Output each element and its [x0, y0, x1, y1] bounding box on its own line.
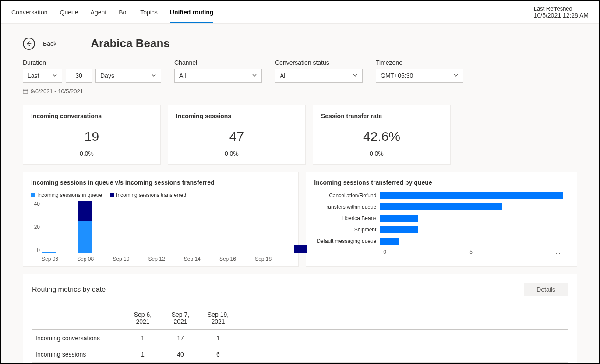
chevron-down-icon: [453, 72, 459, 79]
chart-transferred-by-queue: Incoming sessions transferred by queue C…: [306, 172, 577, 267]
back-label[interactable]: Back: [43, 40, 56, 47]
legend-sessions-in-queue: Incoming sessions in queue: [31, 192, 102, 198]
kpi-session-transfer-rate: Session transfer rate 42.6% 0.0%--: [313, 105, 451, 164]
bar-column: [294, 245, 307, 253]
back-button[interactable]: [23, 38, 35, 50]
timezone-select[interactable]: GMT+05:30: [376, 69, 463, 83]
duration-count-input[interactable]: 30: [66, 69, 92, 83]
kpi-incoming-sessions: Incoming sessions 47 0.0%--: [168, 105, 306, 164]
hbar-row: Liberica Beans: [314, 215, 569, 222]
duration-unit-value: Days: [100, 72, 114, 79]
duration-label: Duration: [23, 59, 161, 66]
tab-bot[interactable]: Bot: [119, 5, 128, 23]
tab-topics[interactable]: Topics: [140, 5, 158, 23]
timezone-value: GMT+05:30: [381, 72, 413, 79]
duration-count-value: 30: [75, 72, 82, 79]
hbar-row: Shipment: [314, 226, 569, 233]
conv-status-value: All: [280, 72, 287, 79]
chart-sessions-queue-vs-transferred: Incoming sessions in queue v/s incoming …: [23, 172, 299, 267]
routing-metrics-card: Routing metrics by date Details Sep 6, 2…: [23, 274, 577, 364]
conv-status-select[interactable]: All: [275, 69, 363, 83]
chevron-down-icon: [353, 72, 358, 79]
duration-scope-value: Last: [28, 72, 39, 79]
last-refreshed: Last Refreshed 10/5/2021 12:28 AM: [534, 5, 589, 22]
calendar-icon: [23, 88, 29, 94]
bar-column: [42, 252, 56, 253]
arrow-left-icon: [26, 41, 32, 47]
chevron-down-icon: [151, 72, 156, 79]
duration-range: 9/6/2021 - 10/5/2021: [23, 88, 161, 94]
hbar-row: Cancellation/Refund: [314, 192, 569, 199]
legend-sessions-transferred: Incoming sessions transferred: [110, 192, 186, 198]
routing-metrics-title: Routing metrics by date: [32, 286, 106, 294]
conv-status-label: Conversation status: [275, 59, 363, 66]
tab-conversation[interactable]: Conversation: [11, 5, 48, 23]
bar-column: [78, 201, 92, 253]
chevron-down-icon: [252, 72, 257, 79]
duration-unit-select[interactable]: Days: [95, 69, 161, 83]
hbar-row: Transfers within queue: [314, 203, 569, 210]
page-title: Arabica Beans: [91, 37, 170, 50]
chevron-down-icon: [52, 72, 57, 79]
channel-select[interactable]: All: [174, 69, 262, 83]
details-button[interactable]: Details: [524, 283, 568, 296]
timezone-label: Timezone: [376, 59, 463, 66]
duration-scope-select[interactable]: Last: [23, 69, 62, 83]
table-row: Incoming conversations 1 17 1: [32, 330, 568, 346]
channel-label: Channel: [174, 59, 262, 66]
tab-agent[interactable]: Agent: [91, 5, 107, 23]
hbar-row: Default messaging queue: [314, 238, 569, 245]
tab-queue[interactable]: Queue: [60, 5, 78, 23]
table-row: Incoming sessions 1 40 6: [32, 346, 568, 363]
tab-unified-routing[interactable]: Unified routing: [170, 5, 214, 23]
kpi-incoming-conversations: Incoming conversations 19 0.0%--: [23, 105, 161, 164]
last-refreshed-label: Last Refreshed: [534, 5, 589, 12]
top-tabs: Conversation Queue Agent Bot Topics Unif…: [11, 5, 213, 23]
channel-value: All: [179, 72, 186, 79]
svg-rect-1: [23, 89, 28, 93]
last-refreshed-value: 10/5/2021 12:28 AM: [534, 12, 589, 19]
